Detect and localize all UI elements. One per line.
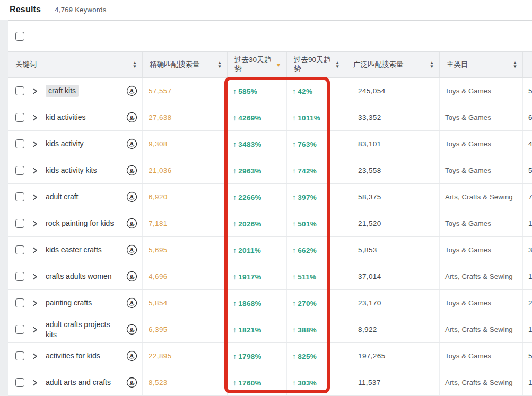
clipped-value-cell: 1 xyxy=(523,210,532,236)
category-cell: Toys & Games xyxy=(440,237,523,263)
column-header-clipped[interactable] xyxy=(523,52,532,77)
expand-chevron-icon[interactable] xyxy=(31,114,39,121)
trend-30d-cell: 2963% xyxy=(228,157,287,183)
column-header-exact-volume[interactable]: 精确匹配搜索量 ▲▼ xyxy=(143,52,228,77)
exact-volume-cell: 8,523 xyxy=(143,369,228,395)
results-header: Results 4,769 Keywords xyxy=(10,5,107,14)
row-checkbox[interactable] xyxy=(15,166,24,175)
broad-volume-cell: 11,537 xyxy=(346,369,440,395)
amazon-icon[interactable]: a xyxy=(126,138,137,149)
expand-chevron-icon[interactable] xyxy=(31,326,39,333)
sort-icon[interactable]: ▲▼ xyxy=(430,61,434,68)
amazon-icon[interactable]: a xyxy=(126,165,137,176)
table-row: kid activities a 27,638 4269% 1011% 33,3… xyxy=(8,104,532,131)
clipped-value-cell: 5 xyxy=(523,343,532,369)
row-checkbox[interactable] xyxy=(15,139,24,148)
clipped-value-cell: 1 xyxy=(523,316,532,342)
exact-volume-cell: 4,696 xyxy=(143,263,228,289)
keyword-text[interactable]: adult crafts projects kits xyxy=(46,320,119,339)
keyword-text[interactable]: kids easter crafts xyxy=(46,245,102,254)
trend-up-icon: 742% xyxy=(292,166,317,175)
row-checkbox[interactable] xyxy=(15,245,24,254)
expand-chevron-icon[interactable] xyxy=(31,87,39,95)
amazon-icon[interactable]: a xyxy=(126,324,137,335)
column-header-trend-30d[interactable]: 过去30天趋势 ▼ xyxy=(228,52,287,77)
keyword-text[interactable]: kid activities xyxy=(46,112,85,122)
row-checkbox[interactable] xyxy=(15,192,24,201)
svg-text:a: a xyxy=(130,352,134,358)
expand-chevron-icon[interactable] xyxy=(31,273,39,280)
amazon-icon[interactable]: a xyxy=(126,271,137,282)
trend-up-icon: 1868% xyxy=(233,299,261,307)
category-cell: Toys & Games xyxy=(440,157,523,183)
broad-volume-cell: 5,853 xyxy=(346,237,440,263)
keyword-cell: adult crafts projects kits a xyxy=(8,316,143,342)
column-header-category[interactable]: 主类目 ▲▼ xyxy=(440,52,523,77)
trend-90d-cell: 1011% xyxy=(287,104,346,130)
amazon-icon[interactable]: a xyxy=(126,112,137,123)
keyword-text[interactable]: activities for kids xyxy=(46,351,100,360)
table-row: activities for kids a 22,895 1798% 825% … xyxy=(8,343,532,369)
column-header-keyword[interactable]: 关键词 ▲▼ xyxy=(8,52,143,77)
amazon-icon[interactable]: a xyxy=(126,244,137,256)
broad-volume-cell: 197,265 xyxy=(346,343,440,369)
select-all-checkbox[interactable] xyxy=(15,32,24,41)
trend-90d-cell: 501% xyxy=(287,210,346,236)
keyword-text[interactable]: kids activity kits xyxy=(46,165,97,175)
row-checkbox[interactable] xyxy=(15,298,24,307)
sort-icon[interactable]: ▲▼ xyxy=(133,61,137,68)
amazon-icon[interactable]: a xyxy=(126,297,137,309)
sort-desc-active-icon[interactable]: ▼ xyxy=(276,63,281,67)
keyword-cell: activities for kids a xyxy=(8,343,143,369)
row-checkbox[interactable] xyxy=(15,351,24,360)
row-checkbox[interactable] xyxy=(15,86,24,95)
trend-90d-cell: 825% xyxy=(287,343,346,369)
trend-up-icon: 303% xyxy=(292,379,317,387)
page-title: Results xyxy=(10,5,41,14)
keyword-text[interactable]: kids activity xyxy=(46,139,84,148)
trend-up-icon: 42% xyxy=(292,87,312,95)
row-checkbox[interactable] xyxy=(15,272,24,281)
table-row: kids activity kits a 21,036 2963% 742% 2… xyxy=(8,157,532,184)
keyword-text[interactable]: adult arts and crafts xyxy=(46,377,111,387)
trend-up-icon: 1011% xyxy=(292,113,320,122)
expand-chevron-icon[interactable] xyxy=(31,247,39,254)
expand-chevron-icon[interactable] xyxy=(31,300,39,307)
row-checkbox[interactable] xyxy=(15,113,24,122)
table-toolbar xyxy=(8,21,532,51)
svg-text:a: a xyxy=(130,299,134,305)
keyword-text[interactable]: painting crafts xyxy=(46,298,92,307)
expand-chevron-icon[interactable] xyxy=(31,379,39,386)
row-checkbox[interactable] xyxy=(15,219,24,228)
trend-up-icon: 2011% xyxy=(233,246,261,254)
keyword-text[interactable]: adult craft xyxy=(46,192,78,201)
amazon-icon[interactable]: a xyxy=(126,377,137,388)
trend-up-icon: 585% xyxy=(233,87,257,95)
column-header-broad-volume[interactable]: 广泛匹配搜索量 ▲▼ xyxy=(346,52,440,77)
exact-volume-cell: 5,695 xyxy=(143,237,228,263)
keyword-text[interactable]: rock painting for kids xyxy=(46,218,114,228)
category-cell: Arts, Crafts & Sewing xyxy=(440,184,523,210)
trend-up-icon: 825% xyxy=(292,352,317,360)
expand-chevron-icon[interactable] xyxy=(31,193,39,201)
expand-chevron-icon[interactable] xyxy=(31,140,39,148)
expand-chevron-icon[interactable] xyxy=(31,167,39,174)
amazon-icon[interactable]: a xyxy=(126,350,137,362)
keyword-text[interactable]: crafts adults women xyxy=(46,271,112,281)
expand-chevron-icon[interactable] xyxy=(31,353,39,360)
expand-chevron-icon[interactable] xyxy=(31,220,39,227)
amazon-icon[interactable]: a xyxy=(126,218,137,229)
row-checkbox[interactable] xyxy=(15,325,24,334)
sort-icon[interactable]: ▲▼ xyxy=(513,61,517,68)
row-checkbox[interactable] xyxy=(15,378,24,387)
column-header-trend-90d[interactable]: 过去90天趋势 ▲▼ xyxy=(287,52,346,77)
amazon-icon[interactable]: a xyxy=(126,191,137,203)
trend-90d-cell: 397% xyxy=(287,184,346,210)
sort-icon[interactable]: ▲▼ xyxy=(217,61,222,68)
category-cell: Toys & Games xyxy=(440,290,523,316)
trend-30d-cell: 1821% xyxy=(228,316,287,342)
keyword-text[interactable]: craft kits xyxy=(46,85,79,96)
table-row: adult craft a 6,920 2266% 397% 58,375 Ar… xyxy=(8,184,532,210)
sort-icon[interactable]: ▲▼ xyxy=(335,61,339,68)
amazon-icon[interactable]: a xyxy=(126,85,137,96)
